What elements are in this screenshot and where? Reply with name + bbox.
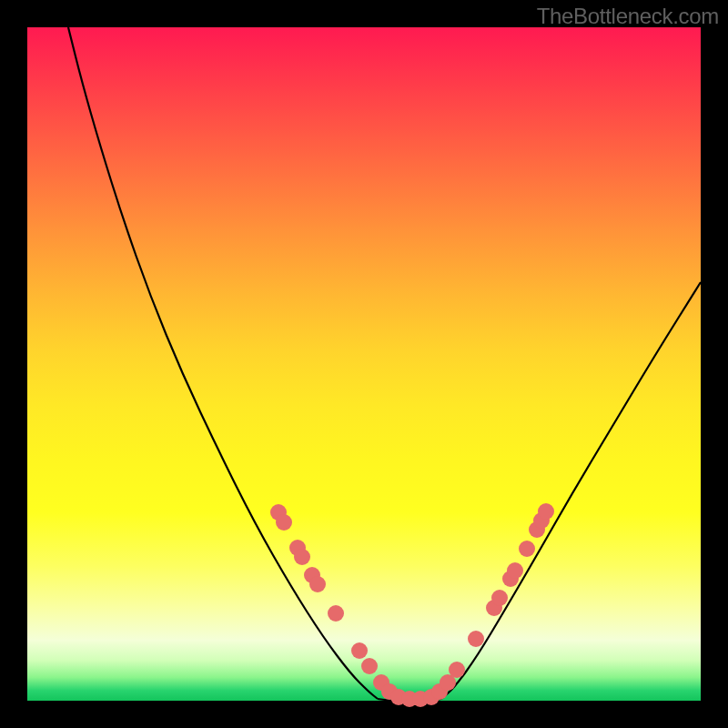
curve-group [68, 27, 701, 701]
data-marker [309, 576, 326, 592]
data-marker [276, 514, 292, 531]
data-marker [294, 549, 310, 565]
data-marker [449, 662, 465, 678]
data-marker [468, 631, 484, 647]
data-marker [507, 562, 523, 579]
data-marker [491, 590, 508, 606]
marker-group [270, 503, 554, 707]
curve-left-branch [68, 27, 378, 699]
chart-frame: TheBottleneck.com [0, 0, 728, 728]
data-marker [361, 658, 378, 674]
data-marker [328, 605, 344, 622]
data-marker [538, 503, 554, 520]
data-marker [351, 642, 368, 659]
chart-svg [27, 27, 701, 701]
plot-area [27, 27, 701, 701]
data-marker [519, 541, 535, 557]
watermark-text: TheBottleneck.com [537, 4, 719, 29]
